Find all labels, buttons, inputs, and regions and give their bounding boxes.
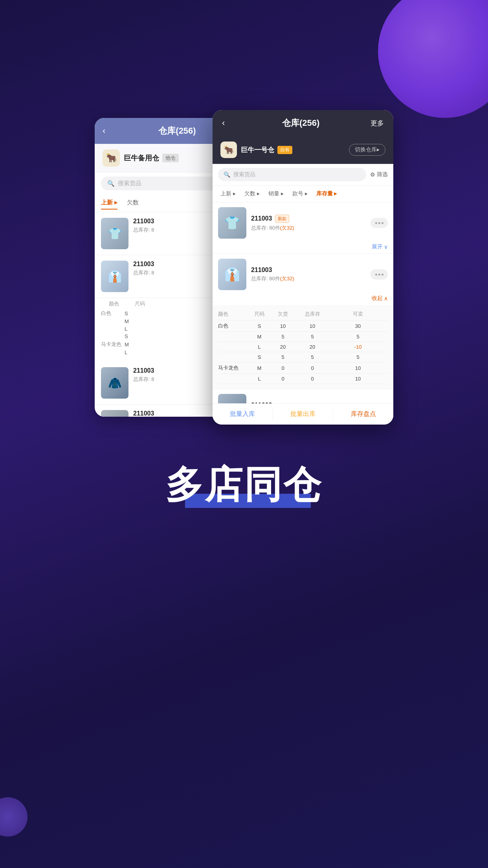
tr-color-1: 白色 (218, 322, 250, 329)
tab-back-deficit[interactable]: 欠数 (127, 197, 139, 210)
search-filter-row: 🔍 搜索货品 ⚙ 筛选 (213, 164, 393, 186)
more-dots-2[interactable] (371, 269, 388, 280)
product-id-row-1: 211003 新款 (251, 215, 371, 223)
bg-circle-top-right (378, 0, 488, 118)
store-name-front: 巨牛一号仓 (241, 145, 274, 154)
product-thumb-2: 👔 (218, 259, 246, 290)
product-img-back-1: 👕 (101, 218, 128, 249)
product-details-2: 211003 总库存: 80件(欠32) (251, 267, 371, 282)
cs-color-1: 白色 (101, 310, 125, 317)
store-name-back: 巨牛备用仓 (124, 153, 159, 163)
tab-front-new[interactable]: 上新 ▸ (218, 189, 238, 199)
cloth-placeholder-3: 🧥 (101, 367, 128, 399)
search-box-front[interactable]: 🔍 搜索货品 (218, 168, 366, 181)
tr-deficit-1: 10 (269, 323, 297, 329)
cs-header-color: 颜色 (109, 300, 119, 307)
expand-btn-1[interactable]: 展开 ∨ (213, 243, 388, 250)
deficit-2: (欠32) (280, 276, 294, 281)
tr-total-4: 5 (297, 354, 328, 360)
cloth-placeholder-4: 👜 (101, 410, 128, 417)
card-front: ‹ 仓库(256) 更多 🐂 巨牛一号仓 自有 切换仓库▸ 🔍 搜索货品 ⚙ (213, 110, 393, 425)
tr-deficit-4: 5 (269, 354, 297, 360)
product-details-1: 211003 新款 总库存: 80件(欠32) (251, 215, 371, 232)
tr-deficit-6: 0 (269, 376, 297, 382)
batch-in-btn[interactable]: 批量入库 (213, 404, 273, 425)
product-item-2: 👔 211003 总库存: 80件(欠32) (213, 254, 393, 389)
cs-size-2: M (125, 318, 136, 324)
collapse-btn-2[interactable]: 收起 ∧ (213, 295, 388, 302)
search-placeholder-front: 搜索货品 (233, 171, 255, 178)
th-deficit: 欠货 (269, 311, 297, 318)
table-row-3: L 20 20 -10 (218, 342, 388, 352)
tr-color-5: 马卡龙色 (218, 364, 250, 371)
filter-icon: ⚙ (370, 171, 375, 178)
tr-total-1: 10 (297, 323, 328, 329)
expanded-table-2: 颜色 尺码 欠货 总库存 可卖 白色 S 10 10 30 (213, 305, 393, 389)
tab-front-sales[interactable]: 销量 ▸ (266, 189, 286, 199)
batch-out-btn[interactable]: 批量出库 (273, 404, 333, 425)
tab-back-new[interactable]: 上新 ▸ (101, 197, 117, 210)
card-back-title: 仓库(256) (158, 125, 196, 137)
store-tag-others: 他仓 (162, 154, 179, 162)
product-id-1: 211003 (251, 215, 272, 222)
product-id-back-1: 211003 (133, 218, 154, 224)
search-placeholder-back: 搜索货品 (118, 180, 141, 187)
tr-total-3: 20 (297, 344, 328, 350)
deficit-1: (欠32) (280, 225, 294, 231)
store-icon-front: 🐂 (220, 142, 237, 158)
cs-header-size: 尺码 (135, 300, 145, 307)
table-row-6: L 0 0 10 (218, 374, 388, 384)
more-dots-1[interactable] (371, 218, 388, 228)
product-main-row-2: 👔 211003 总库存: 80件(欠32) (213, 254, 393, 295)
table-row-4: S 5 5 5 (218, 352, 388, 362)
tr-size-2: M (250, 334, 269, 340)
tr-available-2: 5 (328, 334, 388, 340)
back-arrow-icon[interactable]: ‹ (103, 126, 105, 136)
bg-circle-bottom-left (0, 797, 28, 837)
main-title-text-part1: 多店 (165, 463, 244, 506)
product-main-row-1: 👕 211003 新款 总库存: 80件(欠32) (213, 202, 393, 243)
product-thumb-1: 👕 (218, 207, 246, 239)
back-arrow-front-icon[interactable]: ‹ (222, 118, 225, 128)
tr-available-1: 30 (328, 323, 388, 329)
card-front-header: ‹ 仓库(256) 更多 (213, 110, 393, 136)
dot-5 (378, 274, 380, 276)
cloth-placeholder-2: 👔 (101, 261, 128, 292)
cs-size-6: L (125, 349, 136, 355)
tab-front-code[interactable]: 款号 ▸ (290, 189, 310, 199)
filter-btn[interactable]: ⚙ 筛选 (370, 171, 388, 178)
tabs-row-front: 上新 ▸ 欠数 ▸ 销量 ▸ 款号 ▸ 库存量 ▸ (213, 186, 393, 202)
inventory-check-btn[interactable]: 库存盘点 (333, 404, 393, 425)
card-front-title: 仓库(256) (231, 117, 371, 129)
switch-warehouse-btn-front[interactable]: 切换仓库▸ (349, 144, 385, 156)
dot-4 (375, 274, 377, 276)
tab-front-deficit[interactable]: 欠数 ▸ (242, 189, 262, 199)
dot-3 (382, 222, 383, 224)
product-id-row-2: 211003 (251, 267, 371, 274)
tr-available-3: -10 (328, 344, 388, 350)
tr-available-6: 10 (328, 376, 388, 382)
bottom-text-section: 多店多店同仓同仓 (165, 464, 323, 509)
search-icon-back: 🔍 (107, 180, 115, 187)
cloth-placeholder-1: 👕 (101, 218, 128, 249)
mockup-area: ‹ 仓库(256) 🐂 巨牛备用仓 他仓 切换仓库▸ 🔍 搜索货品 上新 ▸ (95, 110, 393, 432)
tr-available-4: 5 (328, 354, 388, 360)
table-header-2: 颜色 尺码 欠货 总库存 可卖 (218, 308, 388, 320)
tr-deficit-2: 5 (269, 334, 297, 340)
product-list-front: 👕 211003 新款 总库存: 80件(欠32) (213, 202, 393, 415)
collapse-icon-2: ∧ (384, 295, 388, 302)
cs-color-5: 马卡龙色 (101, 341, 125, 348)
table-row-5: 马卡龙色 M 0 0 10 (218, 362, 388, 374)
main-container: ‹ 仓库(256) 🐂 巨牛备用仓 他仓 切换仓库▸ 🔍 搜索货品 上新 ▸ (0, 0, 488, 868)
store-icon-back: 🐂 (103, 149, 120, 167)
tr-size-3: L (250, 344, 269, 350)
tr-total-6: 0 (297, 376, 328, 382)
tab-front-stock[interactable]: 库存量 ▸ (314, 189, 339, 199)
more-text[interactable]: 更多 (371, 119, 384, 128)
table-row-2: M 5 5 5 (218, 332, 388, 342)
th-size: 尺码 (250, 311, 269, 318)
cs-size-1: S (125, 311, 136, 316)
tag-new-1: 新款 (275, 215, 289, 223)
product-stock-2: 总库存: 80件(欠32) (251, 275, 371, 282)
table-row-1: 白色 S 10 10 30 (218, 320, 388, 332)
